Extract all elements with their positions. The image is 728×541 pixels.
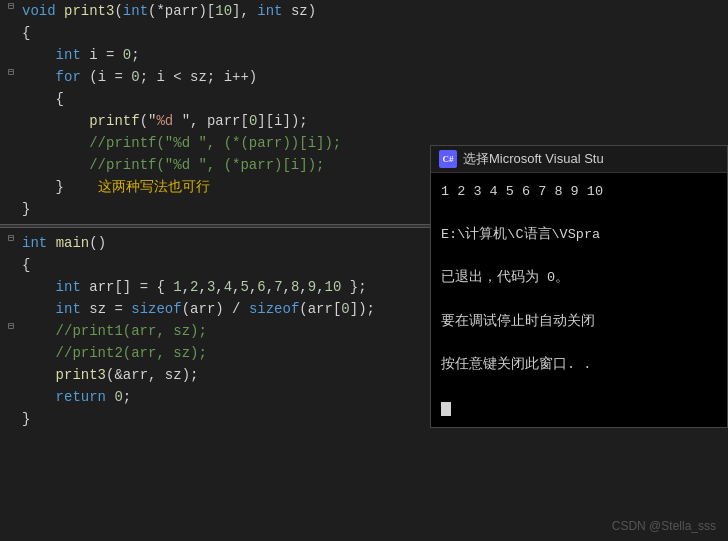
- code-text: [22, 320, 56, 342]
- code-line: print3(&arr, sz);: [22, 364, 198, 386]
- fold-icon[interactable]: ⊟: [0, 320, 22, 332]
- fold-icon[interactable]: ⊟: [0, 0, 22, 12]
- keyword: int: [56, 276, 81, 298]
- code-line: }: [22, 198, 30, 220]
- code-text: [22, 364, 56, 386]
- code-line: for (i = 0; i < sz; i++): [22, 66, 257, 88]
- watermark-text: CSDN @Stella_sss: [612, 519, 716, 533]
- code-text: [47, 232, 55, 254]
- comment: //print1(arr, sz);: [56, 320, 207, 342]
- keyword: int: [257, 0, 282, 22]
- terminal-output-line-5: 按任意键关闭此窗口. .: [441, 354, 717, 376]
- code-line: //print1(arr, sz);: [22, 320, 207, 342]
- terminal-titlebar: C# 选择Microsoft Visual Stu: [431, 146, 727, 173]
- terminal-title: 选择Microsoft Visual Stu: [463, 150, 604, 168]
- keyword: sizeof: [249, 298, 299, 320]
- terminal-output-line-3: 已退出，代码为 0。: [441, 267, 717, 289]
- keyword: int: [123, 0, 148, 22]
- code-text: i =: [81, 44, 123, 66]
- code-text: [106, 386, 114, 408]
- code-line: {: [22, 88, 64, 110]
- function-name: print3: [56, 364, 106, 386]
- keyword: int: [56, 44, 81, 66]
- code-text: (*parr)[: [148, 0, 215, 22]
- code-text: (&arr, sz);: [106, 364, 198, 386]
- code-line: printf("%d ", parr[0][i]);: [22, 110, 308, 132]
- table-row: int i = 0;: [0, 44, 728, 66]
- code-line: //printf("%d ", (*(parr))[i]);: [22, 132, 341, 154]
- number: 0: [131, 66, 139, 88]
- code-text: ,: [249, 276, 257, 298]
- function-name: main: [56, 232, 90, 254]
- code-text: ;: [123, 386, 131, 408]
- number: 9: [308, 276, 316, 298]
- code-editor: ⊟ void print3(int(*parr)[10], int sz) { …: [0, 0, 728, 541]
- function-name: print3: [64, 0, 114, 22]
- code-line: int sz = sizeof(arr) / sizeof(arr[0]);: [22, 298, 375, 320]
- keyword: int: [22, 232, 47, 254]
- comment: //print2(arr, sz);: [56, 342, 207, 364]
- keyword: sizeof: [131, 298, 181, 320]
- string: %d: [156, 110, 181, 132]
- code-text: ][i]);: [257, 110, 307, 132]
- code-line: return 0;: [22, 386, 131, 408]
- code-text: ; i < sz; i++): [140, 66, 258, 88]
- number: 7: [274, 276, 282, 298]
- table-row: {: [0, 88, 728, 110]
- terminal-icon-label: C#: [443, 154, 454, 164]
- code-text: ,: [182, 276, 190, 298]
- number: 0: [123, 44, 131, 66]
- terminal-output-line-4: 要在调试停止时自动关闭: [441, 311, 717, 333]
- fold-icon[interactable]: ⊟: [0, 66, 22, 78]
- code-text: {: [22, 22, 30, 44]
- code-line: int main(): [22, 232, 106, 254]
- number: 8: [291, 276, 299, 298]
- code-text: [22, 66, 56, 88]
- terminal-output-line-1: 1 2 3 4 5 6 7 8 9 10: [441, 181, 717, 203]
- code-text: [22, 110, 89, 132]
- code-text: ,: [283, 276, 291, 298]
- number: 10: [325, 276, 342, 298]
- number: 6: [257, 276, 265, 298]
- table-row: printf("%d ", parr[0][i]);: [0, 110, 728, 132]
- code-text: ]);: [350, 298, 375, 320]
- table-row: ⊟ for (i = 0; i < sz; i++): [0, 66, 728, 88]
- code-text: sz): [283, 0, 317, 22]
- terminal-window[interactable]: C# 选择Microsoft Visual Stu 1 2 3 4 5 6 7 …: [430, 145, 728, 428]
- code-text: ,: [316, 276, 324, 298]
- code-text: ,: [232, 276, 240, 298]
- code-line: }: [22, 408, 30, 430]
- number: 0: [341, 298, 349, 320]
- code-line: int i = 0;: [22, 44, 140, 66]
- code-text: [22, 298, 56, 320]
- number: 2: [190, 276, 198, 298]
- fold-icon[interactable]: ⊟: [0, 232, 22, 244]
- code-text: [22, 132, 89, 154]
- code-line: } 这两种写法也可行: [22, 176, 210, 198]
- table-row: {: [0, 22, 728, 44]
- keyword: void: [22, 0, 64, 22]
- code-text: ;: [131, 44, 139, 66]
- code-text: (arr[: [299, 298, 341, 320]
- code-text: ", parr[: [182, 110, 249, 132]
- table-row: ⊟ void print3(int(*parr)[10], int sz): [0, 0, 728, 22]
- code-text: (": [140, 110, 157, 132]
- code-line: //printf("%d ", (*parr)[i]);: [22, 154, 324, 176]
- code-text: ],: [232, 0, 257, 22]
- terminal-cursor: [441, 402, 451, 416]
- code-text: [22, 276, 56, 298]
- code-text: }: [22, 408, 30, 430]
- code-text: [22, 342, 56, 364]
- code-text: {: [22, 88, 64, 110]
- code-text: (: [114, 0, 122, 22]
- number: 3: [207, 276, 215, 298]
- code-line: void print3(int(*parr)[10], int sz): [22, 0, 316, 22]
- code-text: ,: [266, 276, 274, 298]
- code-line: {: [22, 254, 30, 276]
- code-line: {: [22, 22, 30, 44]
- chinese-comment: 这两种写法也可行: [98, 176, 210, 198]
- code-text: (arr) /: [182, 298, 249, 320]
- code-text: }: [22, 198, 30, 220]
- keyword: for: [56, 66, 81, 88]
- code-text: {: [22, 254, 30, 276]
